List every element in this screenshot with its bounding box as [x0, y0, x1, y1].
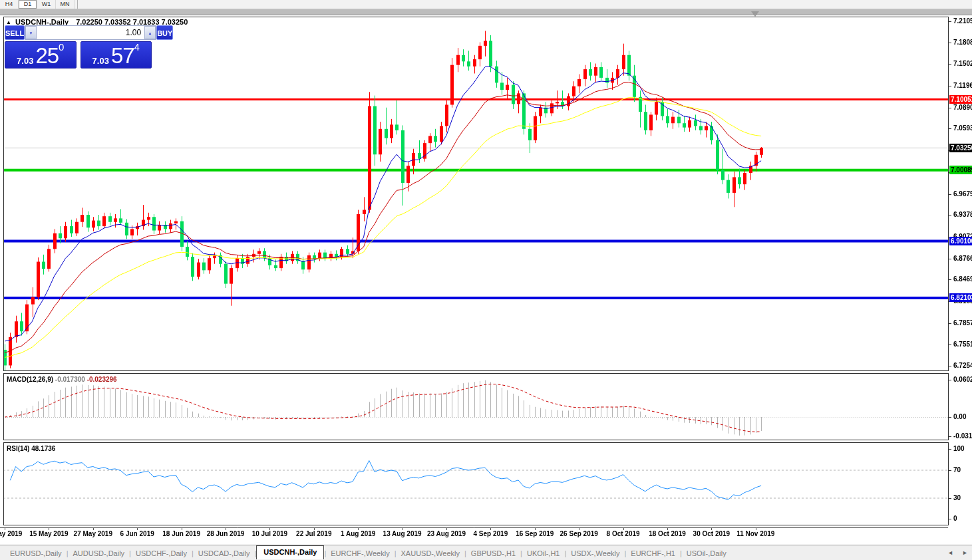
date-label: 6 Jun 2019: [120, 530, 154, 537]
buy-price-prefix: 7.03: [92, 56, 109, 66]
tab-eurusddaily[interactable]: EURUSD-,Daily: [5, 548, 67, 559]
tab-xauusdweekly[interactable]: XAUUSD-,Weekly: [397, 548, 464, 559]
chart-shift-marker-icon[interactable]: [751, 11, 759, 17]
price-tick-label: 6.84690: [953, 275, 972, 283]
tab-usdchfdaily[interactable]: USDCHF-,Daily: [131, 548, 192, 559]
date-label: 8 Oct 2019: [607, 530, 640, 537]
sell-price-prefix: 7.03: [17, 56, 33, 66]
timeframe-h4[interactable]: H4: [0, 0, 19, 9]
macd-name: MACD(12,26,9): [7, 376, 53, 383]
date-label: 13 Aug 2019: [383, 530, 422, 537]
rsi-value: 48.1736: [31, 445, 55, 452]
price-tick-label: 7.08900: [953, 104, 972, 111]
tab-eurchfweekly[interactable]: EURCHF-,Weekly: [326, 548, 394, 559]
date-label: 18 Jun 2019: [162, 530, 200, 537]
price-tick-label: 6.87660: [953, 255, 972, 262]
date-label: 15 May 2019: [29, 530, 68, 537]
macd-label: MACD(12,26,9) -0.017300 -0.023296: [7, 376, 117, 383]
date-label: 10 Jul 2019: [252, 530, 287, 537]
price-badge: 6.82103: [949, 293, 972, 302]
date-label: 28 Jun 2019: [207, 530, 245, 537]
volume-input[interactable]: [37, 26, 144, 39]
sell-price-pipette: 0: [59, 43, 64, 51]
price-tick-label: 7.05930: [953, 124, 972, 132]
date-label: 18 Oct 2019: [649, 530, 686, 537]
rsi-axis-label: 30: [953, 494, 961, 501]
date-label: 23 Aug 2019: [427, 530, 466, 537]
price-tick-label: 6.75510: [953, 341, 972, 348]
price-tick-label: 7.11960: [953, 82, 972, 89]
date-label: 4 Sep 2019: [474, 530, 508, 537]
price-tick-label: 6.78570: [953, 319, 972, 327]
macd-axis-label: 0.00: [953, 413, 966, 420]
date-label: 26 Sep 2019: [560, 530, 598, 537]
date-label: 27 May 2019: [74, 530, 112, 537]
price-tick-label: 7.21050: [953, 17, 972, 25]
date-label: 1 Aug 2019: [341, 530, 375, 537]
rsi-axis-label: 0: [953, 515, 957, 522]
timeframe-w1[interactable]: W1: [37, 0, 56, 9]
volume-decrease-button[interactable]: ▾: [25, 26, 37, 39]
collapse-triangle-icon[interactable]: ▲: [6, 19, 11, 25]
date-label: 30 Oct 2019: [693, 530, 730, 537]
volume-spinner: ▾ ▴: [25, 25, 156, 40]
tab-usdxweekly[interactable]: USDX-,Weekly: [566, 548, 624, 559]
price-tick-label: 6.93780: [953, 211, 972, 218]
chart-tab-bar: EURUSD-,Daily|AUDUSD-,Daily|USDCHF-,Dail…: [0, 545, 972, 560]
price-badge: 7.00089: [949, 166, 972, 174]
macd-main-value: -0.017300: [55, 376, 85, 383]
tab-usoildaily[interactable]: USOil-,Daily: [682, 548, 731, 559]
buy-price-digits: 57: [111, 46, 134, 66]
macd-axis-label: 0.060273: [953, 376, 972, 383]
tabs-scroll-left[interactable]: ◄: [947, 549, 953, 556]
price-tick-label: 6.96750: [953, 190, 972, 198]
chart-window-top-strip: [0, 9, 972, 15]
tab-audusddaily[interactable]: AUDUSD-,Daily: [68, 548, 129, 559]
date-label: 16 Sep 2019: [516, 530, 554, 537]
trading-terminal-window: H4D1W1MN ▲ USDCNH-,Daily 7.02250 7.03352…: [0, 0, 972, 560]
chart-canvas[interactable]: [0, 0, 972, 560]
price-tick-label: 7.15020: [953, 60, 972, 67]
tabs-scroll-right[interactable]: ►: [962, 549, 968, 556]
price-badge: 7.03250: [949, 144, 972, 152]
tab-usdcnhdaily[interactable]: USDCNH-,Daily: [256, 545, 324, 559]
buy-price-pipette: 4: [134, 43, 140, 51]
sell-button[interactable]: SELL: [5, 25, 25, 40]
sell-price-digits: 25: [35, 46, 59, 66]
rsi-axis-label: 100: [953, 445, 965, 452]
price-badge: 7.10051: [949, 95, 972, 104]
buy-button[interactable]: BUY: [156, 25, 173, 40]
date-label: 3 May 2019: [0, 530, 22, 537]
rsi-name: RSI(14): [7, 445, 29, 452]
toolbar-separator: [76, 0, 78, 9]
date-label: 11 Nov 2019: [736, 530, 774, 537]
tab-usdcaddaily[interactable]: USDCAD-,Daily: [194, 548, 255, 559]
rsi-axis-label: 70: [953, 466, 961, 474]
date-label: 22 Jul 2019: [296, 530, 331, 537]
volume-increase-button[interactable]: ▴: [144, 26, 156, 39]
macd-axis-label: -0.031725: [953, 432, 972, 440]
price-tick-label: 7.18080: [953, 39, 972, 46]
one-click-trade-panel: SELL ▾ ▴ BUY 7.03 25 0 7.03 57 4: [5, 25, 152, 69]
buy-price-display[interactable]: 7.03 57 4: [81, 41, 152, 69]
tab-eurchfh1[interactable]: EURCHF-,H1: [626, 548, 680, 559]
sell-price-display[interactable]: 7.03 25 0: [5, 41, 77, 69]
timeframe-mn[interactable]: MN: [56, 0, 75, 9]
tab-gbpusdh1[interactable]: GBPUSD-,H1: [466, 548, 520, 559]
timeframe-toolbar: H4D1W1MN: [0, 0, 972, 9]
tab-ukoilh1[interactable]: UKOil-,H1: [522, 548, 565, 559]
rsi-label: RSI(14) 48.1736: [7, 445, 55, 452]
price-badge: 6.90100: [949, 237, 972, 245]
timeframe-d1[interactable]: D1: [19, 0, 37, 9]
macd-signal-value: -0.023296: [87, 376, 117, 383]
price-tick-label: 6.72540: [953, 362, 972, 369]
